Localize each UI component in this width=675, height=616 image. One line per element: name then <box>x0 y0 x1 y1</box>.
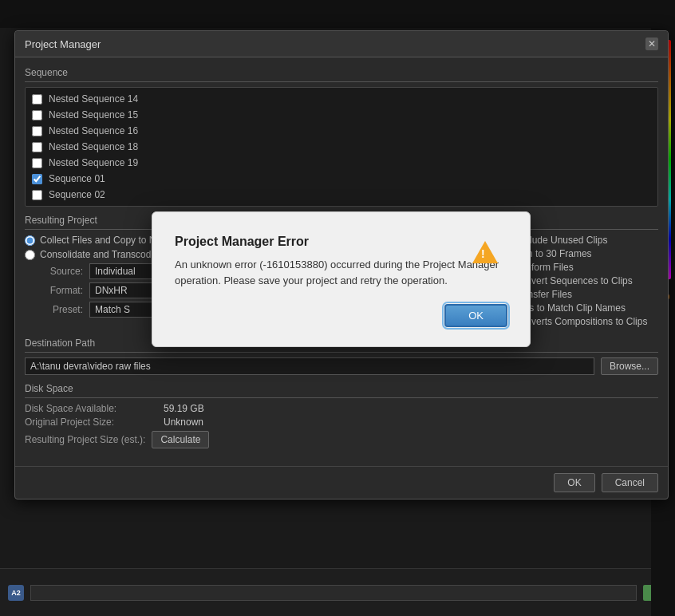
error-dialog: Project Manager Error An unknown error (… <box>152 211 531 347</box>
warning-icon-container <box>472 238 498 263</box>
warning-icon <box>472 241 498 263</box>
error-header: Project Manager Error An unknown error (… <box>175 235 507 288</box>
error-ok-button[interactable]: OK <box>444 304 507 327</box>
error-title: Project Manager Error <box>175 235 507 249</box>
error-message: An unknown error (-1610153880) occurred … <box>175 257 507 288</box>
error-overlay: Project Manager Error An unknown error (… <box>0 0 675 616</box>
error-content: Project Manager Error An unknown error (… <box>175 235 507 288</box>
error-footer: OK <box>175 304 507 327</box>
